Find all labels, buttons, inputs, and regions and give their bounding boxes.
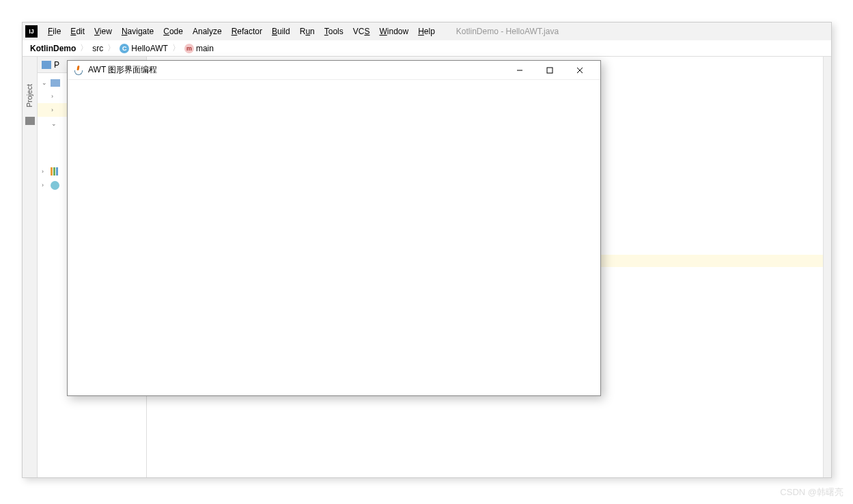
side-tab-label: Project xyxy=(25,84,33,107)
minimize-icon xyxy=(516,67,523,74)
menu-refactor[interactable]: Refactor xyxy=(227,27,267,36)
menu-analyze[interactable]: Analyze xyxy=(188,27,227,36)
breadcrumb-src[interactable]: src xyxy=(89,44,107,53)
minimize-button[interactable] xyxy=(505,61,535,80)
method-icon: m xyxy=(184,44,194,53)
chevron-down-icon: ⌄ xyxy=(51,120,58,127)
awt-window-title: AWT 图形界面编程 xyxy=(88,64,157,76)
menu-view[interactable]: View xyxy=(89,27,117,36)
libraries-icon xyxy=(51,167,59,176)
awt-titlebar[interactable]: AWT 图形界面编程 xyxy=(68,61,600,80)
menu-navigate[interactable]: Navigate xyxy=(117,27,158,36)
java-icon xyxy=(73,65,84,76)
ide-logo-icon: IJ xyxy=(25,25,38,38)
chevron-right-icon: › xyxy=(42,168,48,175)
close-icon xyxy=(576,67,583,74)
window-controls xyxy=(505,61,595,80)
breadcrumb: KotlinDemo 〉 src 〉 C HelloAWT 〉 m main xyxy=(23,40,831,57)
menu-run[interactable]: Run xyxy=(295,27,320,36)
class-icon: C xyxy=(120,44,129,53)
chevron-right-icon: 〉 xyxy=(107,42,116,54)
editor-highlight xyxy=(599,255,831,267)
breadcrumb-file-label: HelloAWT xyxy=(131,44,168,53)
breadcrumb-method-label: main xyxy=(196,44,214,53)
project-icon xyxy=(25,117,35,125)
chevron-right-icon: › xyxy=(42,182,48,188)
awt-window: AWT 图形界面编程 xyxy=(67,60,601,396)
folder-icon xyxy=(51,79,60,87)
window-title-info: KotlinDemo - HelloAWT.java xyxy=(456,27,559,36)
editor-gutter[interactable] xyxy=(823,57,831,477)
breadcrumb-project[interactable]: KotlinDemo xyxy=(27,44,79,53)
menu-vcs[interactable]: VCS xyxy=(348,27,375,36)
chevron-right-icon: › xyxy=(51,93,58,100)
side-tab-project[interactable]: Project xyxy=(23,57,38,477)
menu-help[interactable]: Help xyxy=(413,27,440,36)
menu-tools[interactable]: Tools xyxy=(320,27,348,36)
chevron-right-icon: 〉 xyxy=(171,42,181,54)
menu-bar: IJ File Edit View Navigate Code Analyze … xyxy=(23,23,831,40)
svg-rect-1 xyxy=(547,68,553,73)
scratches-icon xyxy=(51,181,59,190)
menu-file[interactable]: File xyxy=(43,27,66,36)
breadcrumb-method[interactable]: m main xyxy=(181,44,217,53)
breadcrumb-file[interactable]: C HelloAWT xyxy=(116,44,171,53)
panel-header-label: P xyxy=(54,60,59,70)
panel-icon xyxy=(42,61,51,69)
maximize-icon xyxy=(546,67,553,74)
maximize-button[interactable] xyxy=(535,61,565,80)
chevron-right-icon: 〉 xyxy=(79,42,89,54)
watermark: CSDN @韩曙亮 xyxy=(780,486,843,499)
close-button[interactable] xyxy=(565,61,595,80)
chevron-right-icon: › xyxy=(51,107,58,113)
menu-build[interactable]: Build xyxy=(267,27,295,36)
menu-edit[interactable]: Edit xyxy=(66,27,89,36)
chevron-down-icon: ⌄ xyxy=(42,79,48,86)
menu-code[interactable]: Code xyxy=(158,27,188,36)
menu-window[interactable]: Window xyxy=(374,27,413,36)
